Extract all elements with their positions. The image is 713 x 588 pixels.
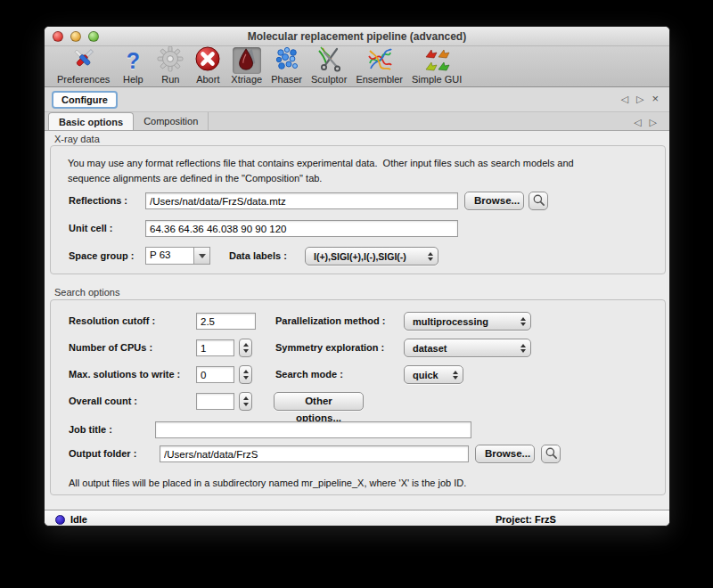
toolbar-sculptor[interactable]: Sculptor [311,47,347,85]
job-title-label: Job title : [69,424,112,435]
status-bar: Idle Project: FrzS [45,510,669,527]
status-dot-icon [55,515,65,525]
xray-info-line1: You may use any format reflections file … [68,158,574,168]
xray-section-title: X-ray data [54,134,100,144]
title-bar[interactable]: Molecular replacement pipeline (advanced… [45,27,669,46]
toolbar-run[interactable]: Run [156,47,184,85]
combo-arrow-icon[interactable] [193,248,209,264]
toolbar-label: Ensembler [356,74,403,85]
basic-options-panel: X-ray data You may use any format reflec… [45,131,669,510]
reflections-magnifier-button[interactable] [529,192,548,210]
cpus-label: Number of CPUs : [69,342,152,353]
toolbar-phaser[interactable]: Phaser [271,47,302,85]
popup-arrows-icon [520,344,526,353]
tab-basic-options[interactable]: Basic options [48,112,134,130]
preferences-icon [70,45,97,76]
popup-arrows-icon [453,371,458,380]
parallelization-value: multiprocessing [413,316,515,327]
cpus-spinner[interactable] [239,339,252,357]
space-group-value: P 63 [146,248,193,264]
subtab-back-icon[interactable]: ◁ [634,116,641,128]
symmetry-value: dataset [413,343,515,354]
toolbar-label: Xtriage [231,74,262,85]
search-section-title: Search options [54,287,119,298]
window-title: Molecular replacement pipeline (advanced… [45,30,669,43]
symmetry-label: Symmetry exploration : [275,342,384,353]
job-title-input[interactable] [155,421,471,438]
reflections-browse-button[interactable]: Browse... [464,192,524,210]
output-folder-input[interactable] [160,445,469,462]
output-folder-browse-button[interactable]: Browse... [475,445,535,463]
xray-info-line2: sequence alignments are defined in the "… [68,173,322,184]
magnifier-icon [532,193,545,208]
reflections-label: Reflections : [69,195,127,206]
subtab-bar: Basic options Composition ◁ ▷ [45,112,669,131]
run-gear-icon [157,45,184,76]
overall-count-label: Overall count : [69,396,137,406]
output-folder-label: Output folder : [69,448,136,459]
toolbar-label: Phaser [271,74,302,85]
status-text: Idle [70,514,87,525]
help-icon: ? [127,49,140,72]
nav-forward-icon[interactable]: ▷ [636,93,643,105]
toolbar-preferences[interactable]: Preferences [57,47,110,85]
magnifier-icon [545,446,558,461]
search-mode-popup[interactable]: quick [404,365,463,384]
search-mode-value: quick [413,370,447,380]
popup-arrows-icon [520,317,526,326]
overall-count-input[interactable] [196,393,234,410]
space-group-combo[interactable]: P 63 [145,247,210,265]
phaser-molecules-icon [274,45,300,76]
toolbar-label: Preferences [57,74,110,85]
xtriage-selected-highlight [233,47,261,74]
toolbar-help[interactable]: ? Help [119,47,147,85]
toolbar-label: Simple GUI [412,74,462,85]
parallelization-popup[interactable]: multiprocessing [404,312,531,331]
reflections-input[interactable] [145,192,458,209]
nav-back-icon[interactable]: ◁ [620,93,627,105]
other-options-button[interactable]: Other options... [274,392,364,411]
configure-bar: Configure ◁ ▷ × [45,87,669,112]
tab-composition[interactable]: Composition [134,112,209,130]
output-subdirectory-note: All output files will be placed in a sub… [69,478,466,488]
project-label: Project: FrzS [496,514,556,525]
resolution-cutoff-input[interactable] [196,313,256,330]
ensembler-ribbons-icon [366,45,393,76]
toolbar-label: Run [161,74,179,85]
search-mode-label: Search mode : [275,369,343,380]
output-folder-magnifier-button[interactable] [541,445,561,463]
app-window: Molecular replacement pipeline (advanced… [44,26,670,527]
parallelization-label: Parallelization method : [275,315,385,326]
toolbar-label: Sculptor [311,74,347,85]
cpus-input[interactable] [196,339,234,356]
simple-gui-arrows-icon [423,45,450,76]
toolbar-simple-gui[interactable]: Simple GUI [412,47,462,85]
sculptor-scissors-icon [316,45,342,76]
popup-arrows-icon [428,252,433,261]
unit-cell-input[interactable] [145,220,458,237]
data-labels-label: Data labels : [229,250,287,261]
space-group-label: Space group : [69,250,134,261]
resolution-cutoff-label: Resolution cutoff : [69,315,155,326]
max-solutions-label: Max. solutions to write : [69,369,180,380]
toolbar-label: Abort [196,74,219,85]
subtab-forward-icon[interactable]: ▷ [650,116,657,128]
toolbar: Preferences ? Help [45,46,669,87]
toolbar-ensembler[interactable]: Ensembler [356,47,403,85]
xtriage-drop-icon [234,46,259,75]
abort-icon [194,45,221,76]
max-solutions-spinner[interactable] [239,365,252,384]
toolbar-xtriage[interactable]: Xtriage [231,47,262,85]
max-solutions-input[interactable] [196,366,234,383]
data-labels-popup[interactable]: I(+),SIGI(+),I(-),SIGI(-) [305,247,438,265]
tab-configure[interactable]: Configure [52,91,118,109]
close-tab-icon[interactable]: × [652,93,659,105]
data-labels-value: I(+),SIGI(+),I(-),SIGI(-) [314,251,422,262]
toolbar-abort[interactable]: Abort [193,47,222,85]
unit-cell-label: Unit cell : [69,223,113,233]
toolbar-label: Help [123,74,143,85]
symmetry-popup[interactable]: dataset [404,339,531,357]
overall-count-spinner[interactable] [239,392,252,411]
